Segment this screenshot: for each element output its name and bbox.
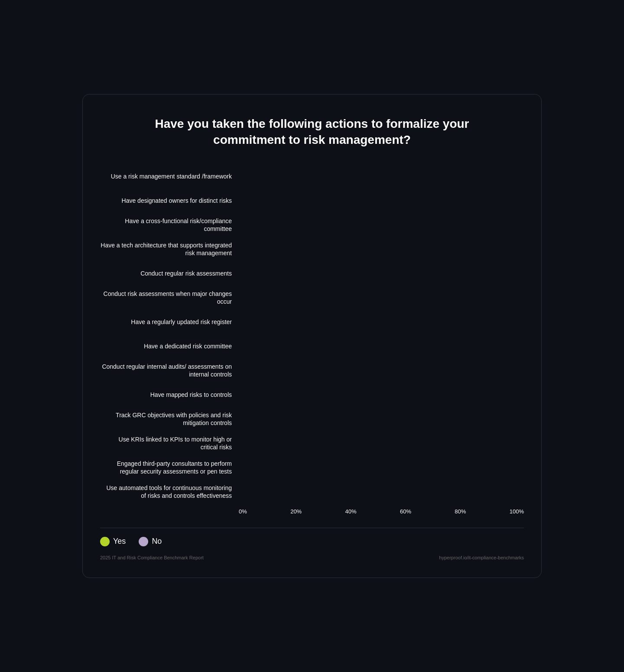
bar-label: Have mapped risks to controls [100,391,239,399]
bar-label: Track GRC objectives with policies and r… [100,411,239,427]
x-label-20: 20% [290,508,302,515]
bar-label: Have a cross-functional risk/compliance … [100,217,239,233]
bar-label: Engaged third-party consultants to perfo… [100,460,239,475]
table-row: Have mapped risks to controls [100,383,524,406]
x-label-80: 80% [455,508,466,515]
table-row: Conduct risk assessments when major chan… [100,286,524,309]
footer: 2025 IT and Risk Compliance Benchmark Re… [100,555,524,560]
bars-container: Use a risk management standard /framewor… [100,165,524,505]
legend-no: No [139,537,162,546]
table-row: Conduct regular risk assessments [100,262,524,285]
bar-label: Use KRIs linked to KPIs to monitor high … [100,435,239,451]
no-label: No [152,537,162,546]
x-label-40: 40% [345,508,357,515]
bar-label: Conduct risk assessments when major chan… [100,290,239,305]
legend: Yes No [100,528,524,546]
yes-dot [100,537,110,546]
table-row: Have a tech architecture that supports i… [100,238,524,260]
chart-title: Have you taken the following actions to … [100,116,524,148]
footer-left: 2025 IT and Risk Compliance Benchmark Re… [100,555,204,560]
table-row: Have a cross-functional risk/compliance … [100,214,524,236]
table-row: Engaged third-party consultants to perfo… [100,456,524,479]
x-label-100: 100% [510,508,524,515]
bar-label: Use automated tools for continuous monit… [100,484,239,500]
x-axis: 0% 20% 40% 60% 80% 100% [100,508,524,515]
table-row: Have a dedicated risk committee [100,335,524,357]
bar-label: Use a risk management standard /framewor… [100,172,239,180]
table-row: Use a risk management standard /framewor… [100,165,524,188]
legend-yes: Yes [100,537,126,546]
table-row: Have designated owners for distinct risk… [100,189,524,212]
table-row: Use automated tools for continuous monit… [100,480,524,503]
chart-container: Have you taken the following actions to … [82,94,542,578]
table-row: Conduct regular internal audits/ assessm… [100,359,524,382]
footer-right: hyperproof.io/it-compliance-benchmarks [439,555,524,560]
bar-label: Have a dedicated risk committee [100,342,239,350]
bar-label: Have a tech architecture that supports i… [100,241,239,257]
no-dot [139,537,148,546]
x-label-60: 60% [400,508,411,515]
x-label-0: 0% [239,508,247,515]
yes-label: Yes [113,537,126,546]
bar-label: Conduct regular internal audits/ assessm… [100,363,239,378]
bar-label: Have designated owners for distinct risk… [100,197,239,205]
table-row: Have a regularly updated risk register [100,311,524,333]
bar-label: Have a regularly updated risk register [100,318,239,326]
table-row: Track GRC objectives with policies and r… [100,408,524,430]
bar-label: Conduct regular risk assessments [100,269,239,277]
table-row: Use KRIs linked to KPIs to monitor high … [100,432,524,454]
